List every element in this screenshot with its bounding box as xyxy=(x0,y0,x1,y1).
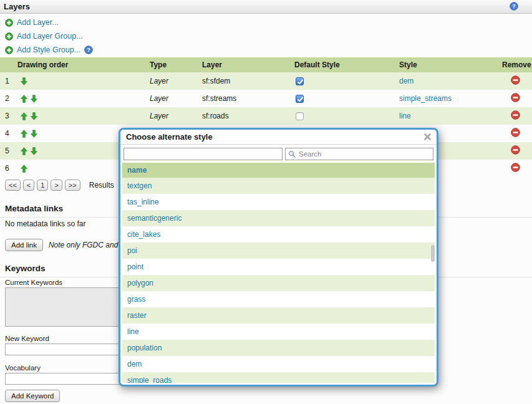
layer-name: sf:sfdem xyxy=(195,72,288,90)
drawing-order-number: 2 xyxy=(5,94,17,103)
style-name-link[interactable]: grass xyxy=(127,295,145,304)
help-icon[interactable]: ? xyxy=(510,2,518,11)
add-plus-icon xyxy=(5,46,13,54)
style-row[interactable]: tas_inline xyxy=(122,194,435,210)
style-name-link[interactable]: polygon xyxy=(127,279,153,287)
style-name-link[interactable]: raster xyxy=(127,311,147,320)
remove-icon[interactable] xyxy=(511,93,520,102)
style-filter-input[interactable] xyxy=(123,148,283,160)
default-style-checkbox[interactable] xyxy=(296,95,304,103)
layers-table-header-row: Drawing orderTypeLayerDefault StyleStyle… xyxy=(0,57,532,72)
style-list: name textgentas_inlinesemanticgenericcit… xyxy=(122,163,435,383)
header-bar: Layers ? xyxy=(0,0,532,14)
style-row[interactable]: point xyxy=(122,259,435,275)
add-layer-row: Add Layer... xyxy=(5,17,93,27)
previous-page-button[interactable]: < xyxy=(23,180,34,191)
metadata-actions: Add link Note only FGDC and TC xyxy=(5,239,130,251)
move-down-icon[interactable] xyxy=(31,130,37,138)
remove-icon[interactable] xyxy=(511,110,520,120)
vocabulary-label: Vocabulary xyxy=(5,364,41,372)
add-layer-group-row: Add Layer Group... xyxy=(5,31,93,41)
pagination-buttons: <<<1>>> xyxy=(5,180,80,191)
page: Layers ? Add Layer...Add Layer Group...A… xyxy=(0,0,532,404)
style-name-link[interactable]: textgen xyxy=(127,181,152,190)
style-row[interactable]: line xyxy=(122,324,435,340)
svg-text:?: ? xyxy=(87,47,90,53)
add-style-group-row: Add Style Group...? xyxy=(5,45,93,55)
style-row[interactable]: raster xyxy=(122,307,435,324)
column-header-style: Style xyxy=(394,57,496,72)
remove-icon[interactable] xyxy=(511,145,520,155)
choose-alternate-style-modal: Choose alternate style name textgentas_i… xyxy=(118,128,438,387)
pagination: <<<1>>> Results xyxy=(5,180,114,191)
default-style-checkbox[interactable] xyxy=(296,77,304,85)
style-link[interactable]: simple_streams xyxy=(399,94,452,103)
style-link[interactable]: dem xyxy=(399,77,414,85)
drawing-order-number: 5 xyxy=(5,147,17,155)
layer-row: 1Layersf:sfdemdem xyxy=(0,72,532,90)
layer-row: 2Layersf:streamssimple_streams xyxy=(0,90,532,107)
move-up-icon[interactable] xyxy=(21,112,27,120)
style-name-link[interactable]: dem xyxy=(127,360,142,368)
style-list-column-header: name xyxy=(122,163,435,178)
add-layer-link[interactable]: Add Layer... xyxy=(17,18,59,27)
style-name-link[interactable]: point xyxy=(127,262,143,271)
style-row[interactable]: semanticgeneric xyxy=(122,210,435,226)
style-row[interactable]: population xyxy=(122,340,435,356)
layer-type: Layer xyxy=(142,72,195,90)
remove-icon[interactable] xyxy=(511,75,520,85)
move-down-icon[interactable] xyxy=(31,95,37,103)
move-up-icon[interactable] xyxy=(21,95,27,103)
add-style-group-link[interactable]: Add Style Group... xyxy=(17,46,80,54)
style-row[interactable]: simple_roads xyxy=(122,372,435,383)
column-header-type: Type xyxy=(142,57,195,72)
column-header-remove: Remove xyxy=(496,57,532,72)
style-row[interactable]: polygon xyxy=(122,275,435,291)
layer-type: Layer xyxy=(142,90,195,107)
move-down-icon[interactable] xyxy=(31,147,37,155)
next-page-button[interactable]: > xyxy=(51,180,62,191)
move-down-icon[interactable] xyxy=(31,112,37,120)
style-name-link[interactable]: simple_roads xyxy=(127,376,172,383)
style-row[interactable]: dem xyxy=(122,356,435,372)
style-link[interactable]: line xyxy=(399,112,411,120)
style-name-link[interactable]: line xyxy=(127,327,139,336)
search-box[interactable] xyxy=(285,148,433,160)
add-plus-icon xyxy=(5,19,13,27)
move-up-icon[interactable] xyxy=(21,165,27,173)
last-page-button[interactable]: >> xyxy=(65,180,80,191)
column-header-drawing-order: Drawing order xyxy=(0,57,142,72)
add-keyword-button[interactable]: Add Keyword xyxy=(5,390,60,402)
style-row[interactable]: textgen xyxy=(122,178,435,194)
move-up-icon[interactable] xyxy=(21,147,27,155)
new-keyword-label: New Keyword xyxy=(5,335,49,342)
move-down-icon[interactable] xyxy=(21,77,27,85)
layer-name: sf:roads xyxy=(195,107,288,125)
add-link-button[interactable]: Add link xyxy=(5,239,43,251)
layer-row: 3Layersf:roadsline xyxy=(0,107,532,125)
results-label: Results xyxy=(89,181,114,190)
style-name-link[interactable]: semanticgeneric xyxy=(127,214,181,223)
scrollbar-thumb[interactable] xyxy=(431,245,435,262)
svg-text:?: ? xyxy=(512,3,516,9)
modal-titlebar: Choose alternate style xyxy=(120,130,437,145)
style-rows: textgentas_inlinesemanticgenericcite_lak… xyxy=(122,178,435,383)
close-icon[interactable] xyxy=(423,133,432,141)
first-page-button[interactable]: << xyxy=(5,180,21,191)
page-1-button[interactable]: 1 xyxy=(37,180,48,191)
style-name-link[interactable]: poi xyxy=(127,246,137,255)
help-icon[interactable]: ? xyxy=(84,46,93,54)
default-style-checkbox[interactable] xyxy=(296,112,304,120)
remove-icon[interactable] xyxy=(511,128,520,137)
style-row[interactable]: grass xyxy=(122,291,435,307)
style-name-link[interactable]: cite_lakes xyxy=(127,230,160,239)
search-input[interactable] xyxy=(299,150,430,159)
style-name-link[interactable]: population xyxy=(127,344,162,352)
modal-search-row xyxy=(120,145,437,163)
remove-icon[interactable] xyxy=(511,163,520,172)
style-name-link[interactable]: tas_inline xyxy=(127,198,159,206)
style-row[interactable]: cite_lakes xyxy=(122,226,435,243)
style-row[interactable]: poi xyxy=(122,243,435,259)
add-layer-group-link[interactable]: Add Layer Group... xyxy=(17,32,83,41)
move-up-icon[interactable] xyxy=(21,130,27,138)
